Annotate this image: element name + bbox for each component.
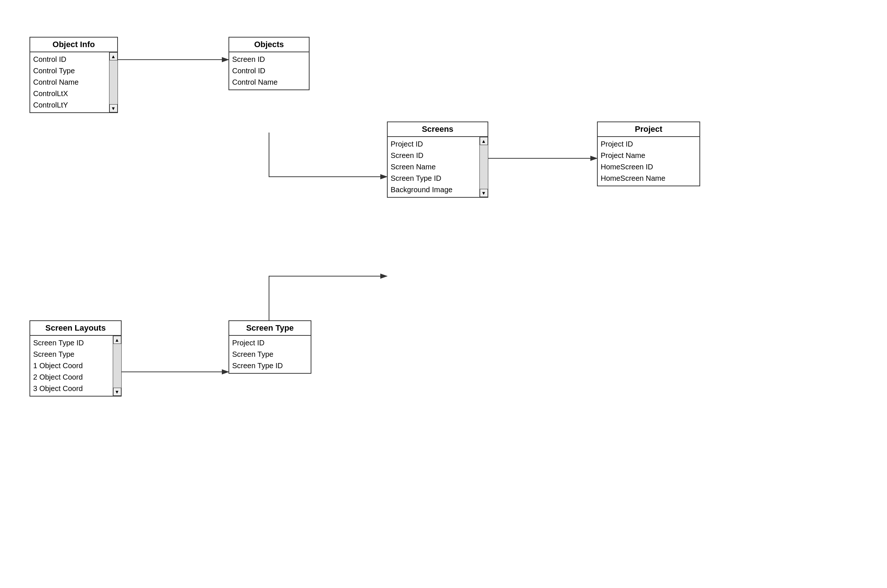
field-sl-screen-type-id: Screen Type ID xyxy=(33,337,110,349)
field-sl-1-object-coord: 1 Object Coord xyxy=(33,360,110,372)
table-screens: Screens Project ID Screen ID Screen Name… xyxy=(387,122,488,198)
table-screen-type-title: Screen Type xyxy=(229,321,311,336)
field-screen-id-2: Screen ID xyxy=(391,150,477,161)
field-sl-3-object-coord: 3 Object Coord xyxy=(33,383,110,394)
field-sl-screen-type: Screen Type xyxy=(33,349,110,360)
connector-lines xyxy=(0,0,887,588)
field-project-id: Project ID xyxy=(391,138,477,150)
table-screens-fields: Project ID Screen ID Screen Name Screen … xyxy=(388,137,480,197)
table-project: Project Project ID Project Name HomeScre… xyxy=(597,122,700,186)
table-screens-title: Screens xyxy=(388,122,487,137)
table-object-info: Object Info Control ID Control Type Cont… xyxy=(30,37,118,113)
table-screen-layouts: Screen Layouts Screen Type ID Screen Typ… xyxy=(30,320,122,396)
field-proj-name: Project Name xyxy=(601,150,696,161)
field-control-name: Control Name xyxy=(33,76,106,88)
field-st-project-id: Project ID xyxy=(232,337,308,349)
scrollbar-screens[interactable]: ▲ ▼ xyxy=(480,137,487,197)
field-control-id: Control ID xyxy=(33,54,106,65)
scroll-track-screens xyxy=(480,145,488,189)
scroll-track-sl xyxy=(113,344,121,388)
table-screen-layouts-title: Screen Layouts xyxy=(30,321,121,336)
table-objects-title: Objects xyxy=(229,38,309,52)
scrollbar-object-info[interactable]: ▲ ▼ xyxy=(109,52,117,112)
scroll-track xyxy=(110,60,117,104)
table-objects-fields: Screen ID Control ID Control Name xyxy=(229,52,309,90)
field-homescreen-id: HomeScreen ID xyxy=(601,161,696,172)
field-st-screen-type: Screen Type xyxy=(232,349,308,360)
field-control-id-2: Control ID xyxy=(232,65,306,76)
scroll-up-btn[interactable]: ▲ xyxy=(110,52,117,60)
scroll-down-btn-screens[interactable]: ▼ xyxy=(480,189,488,197)
field-screen-id: Screen ID xyxy=(232,54,306,65)
scroll-down-btn[interactable]: ▼ xyxy=(110,104,117,112)
field-homescreen-name: HomeScreen Name xyxy=(601,172,696,184)
table-project-title: Project xyxy=(598,122,699,137)
field-st-screen-type-id: Screen Type ID xyxy=(232,360,308,372)
table-object-info-fields: Control ID Control Type Control Name Con… xyxy=(30,52,109,112)
table-screen-type-fields: Project ID Screen Type Screen Type ID xyxy=(229,336,311,373)
field-screen-name: Screen Name xyxy=(391,161,477,172)
field-screen-type-id: Screen Type ID xyxy=(391,172,477,184)
field-proj-id: Project ID xyxy=(601,138,696,150)
field-control-ltx: ControlLtX xyxy=(33,88,106,99)
field-control-type: Control Type xyxy=(33,65,106,76)
table-screen-layouts-fields: Screen Type ID Screen Type 1 Object Coor… xyxy=(30,336,113,396)
field-background-image: Background Image xyxy=(391,184,477,195)
scrollbar-screen-layouts[interactable]: ▲ ▼ xyxy=(113,336,121,396)
field-control-name-2: Control Name xyxy=(232,76,306,88)
field-sl-2-object-coord: 2 Object Coord xyxy=(33,372,110,383)
scroll-up-btn-sl[interactable]: ▲ xyxy=(113,336,121,344)
table-screen-type: Screen Type Project ID Screen Type Scree… xyxy=(229,320,311,374)
scroll-down-btn-sl[interactable]: ▼ xyxy=(113,388,121,396)
scroll-up-btn-screens[interactable]: ▲ xyxy=(480,137,488,145)
table-object-info-title: Object Info xyxy=(30,38,117,52)
table-project-fields: Project ID Project Name HomeScreen ID Ho… xyxy=(598,137,699,186)
field-control-lty: ControlLtY xyxy=(33,99,106,111)
table-objects: Objects Screen ID Control ID Control Nam… xyxy=(229,37,310,90)
